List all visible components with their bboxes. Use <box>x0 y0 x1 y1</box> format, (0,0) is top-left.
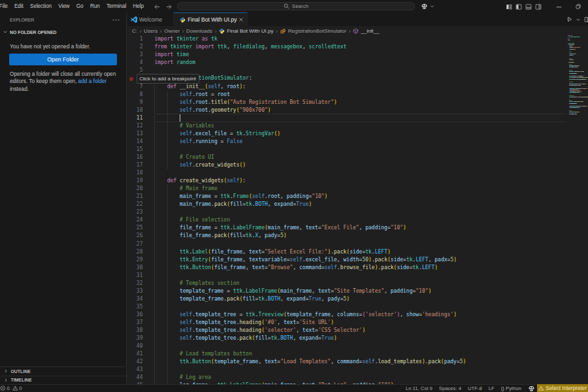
line-number[interactable]: 1 <box>127 35 143 43</box>
command-center-search[interactable]: Search <box>177 2 415 10</box>
line-number[interactable]: 35 <box>127 303 143 311</box>
line-number[interactable]: 11 <box>127 114 143 122</box>
note-line: editors. To keep them open, add a folder <box>10 78 122 85</box>
menu-file[interactable]: File <box>0 0 11 13</box>
line-number[interactable]: 29 <box>127 256 143 264</box>
line-number[interactable]: 15 <box>127 146 143 154</box>
customize-layout-button[interactable] <box>504 0 514 13</box>
breadcrumb-item[interactable]: Final Bot With UI.py <box>219 28 274 34</box>
menu-selection[interactable]: Selection <box>27 0 55 13</box>
menu-view[interactable]: View <box>55 0 73 13</box>
history-back-button[interactable] <box>154 3 161 10</box>
open-folder-note: Opening a folder will close all currentl… <box>10 71 122 93</box>
line-number[interactable]: 13 <box>127 130 143 138</box>
line-number[interactable]: 24 <box>127 216 143 224</box>
line-number[interactable]: 30 <box>127 264 143 272</box>
line-number[interactable]: 44 <box>127 374 143 382</box>
line-number[interactable]: 31 <box>127 272 143 280</box>
chevron-down-icon[interactable] <box>576 17 581 22</box>
explorer-sidebar: EXPLORER ··· NO FOLDER OPENED You have n… <box>0 12 127 384</box>
line-number[interactable]: 7 <box>127 83 143 91</box>
minimize-button[interactable] <box>549 0 568 13</box>
line-number[interactable]: 42 <box>127 358 143 366</box>
line-number[interactable]: 27 <box>127 240 143 248</box>
line-number[interactable]: 8 <box>127 91 143 99</box>
sidebar-more-actions-button[interactable]: ··· <box>112 12 121 27</box>
line-number[interactable]: 43 <box>127 366 143 374</box>
layout-sidebar-right-button[interactable] <box>533 0 543 13</box>
code-editor[interactable]: 1234567891011121314151617181920212223242… <box>127 35 588 384</box>
layout-sidebar-button[interactable] <box>514 0 523 13</box>
line-number[interactable]: 39 <box>127 335 143 342</box>
code-token: main_frame <box>268 225 299 231</box>
line-number[interactable]: 38 <box>127 327 143 335</box>
code-token <box>154 359 180 365</box>
line-number[interactable]: 20 <box>127 185 143 193</box>
line-number[interactable]: 28 <box>127 248 143 256</box>
line-number[interactable]: 12 <box>127 122 143 130</box>
line-number[interactable]: 16 <box>127 154 143 161</box>
code-token: ) <box>325 193 328 199</box>
line-number[interactable]: 4 <box>127 59 143 67</box>
status-lf[interactable]: LF <box>489 385 495 391</box>
breadcrumb-item[interactable]: Downloads <box>186 28 212 34</box>
status-spaces-4[interactable]: Spaces: 4 <box>439 385 461 391</box>
line-number[interactable]: 41 <box>127 350 143 358</box>
line-number[interactable]: 10 <box>127 106 143 114</box>
layout-panel-button[interactable] <box>523 0 533 13</box>
select-interpreter-badge[interactable]: Select Interpreter <box>537 384 588 392</box>
status-ln-11-col-9[interactable]: Ln 11, Col 9 <box>406 385 433 391</box>
line-number[interactable]: 26 <box>127 232 143 240</box>
line-number[interactable]: 22 <box>127 201 143 208</box>
line-number[interactable]: 32 <box>127 280 143 287</box>
menu-edit[interactable]: Edit <box>11 0 27 13</box>
open-folder-button[interactable]: Open Folder <box>9 54 117 65</box>
menu-help[interactable]: Help <box>129 0 147 13</box>
close-tab-button[interactable] <box>238 17 244 22</box>
code-token: Button <box>192 359 211 365</box>
code-token: () <box>274 131 280 137</box>
line-number[interactable]: 17 <box>127 161 143 169</box>
tab-final-bot-with-ui-py[interactable]: Final Bot With UI.py <box>174 12 248 26</box>
section-outline[interactable]: OUTLINE <box>0 367 126 376</box>
line-number[interactable]: 36 <box>127 311 143 319</box>
status-utf-8[interactable]: UTF-8 <box>468 385 482 391</box>
breakpoint-hover-dot[interactable] <box>129 77 133 81</box>
run-icon[interactable] <box>566 16 572 22</box>
line-number[interactable]: 34 <box>127 295 143 303</box>
split-editor-icon[interactable] <box>584 16 588 23</box>
line-number[interactable]: 23 <box>127 208 143 216</box>
line-number[interactable]: 14 <box>127 138 143 146</box>
code-line: # Create UI <box>154 154 214 161</box>
line-number[interactable]: 3 <box>127 51 143 59</box>
line-number[interactable]: 37 <box>127 319 143 327</box>
breadcrumb-item[interactable]: RegistrationBotSimulator <box>280 28 347 34</box>
section-timeline[interactable]: TIMELINE <box>0 376 126 385</box>
line-number[interactable]: 33 <box>127 287 143 295</box>
breadcrumb-item[interactable]: Owner <box>164 28 180 34</box>
line-number[interactable]: 18 <box>127 169 143 177</box>
history-forward-button[interactable] <box>165 3 172 10</box>
problems-status[interactable]: 00 <box>0 385 22 391</box>
line-number[interactable]: 21 <box>127 193 143 201</box>
status--python[interactable]: {} Python <box>501 385 521 391</box>
breadcrumb-item[interactable]: Users <box>144 28 157 34</box>
breadcrumb-item[interactable]: __init__ <box>353 28 379 34</box>
line-number[interactable]: 9 <box>127 99 143 106</box>
restore-button[interactable] <box>568 0 588 13</box>
breadcrumb-item[interactable]: C: <box>132 28 137 34</box>
menu-run[interactable]: Run <box>87 0 103 13</box>
section-no-folder-opened[interactable]: NO FOLDER OPENED <box>0 27 126 37</box>
chevron-right-icon <box>3 378 8 383</box>
line-number[interactable]: 25 <box>127 224 143 232</box>
status-copilot[interactable] <box>528 385 535 392</box>
menu-go[interactable]: Go <box>73 0 87 13</box>
tab-welcome[interactable]: Welcome <box>127 12 174 26</box>
add-folder-link[interactable]: add a folder <box>78 78 107 84</box>
minimap-segment <box>572 35 572 36</box>
line-number[interactable]: 40 <box>127 342 143 350</box>
line-number[interactable]: 2 <box>127 43 143 51</box>
line-number[interactable]: 19 <box>127 177 143 185</box>
copilot-menu[interactable] <box>421 1 434 11</box>
menu-terminal[interactable]: Terminal <box>103 0 130 13</box>
